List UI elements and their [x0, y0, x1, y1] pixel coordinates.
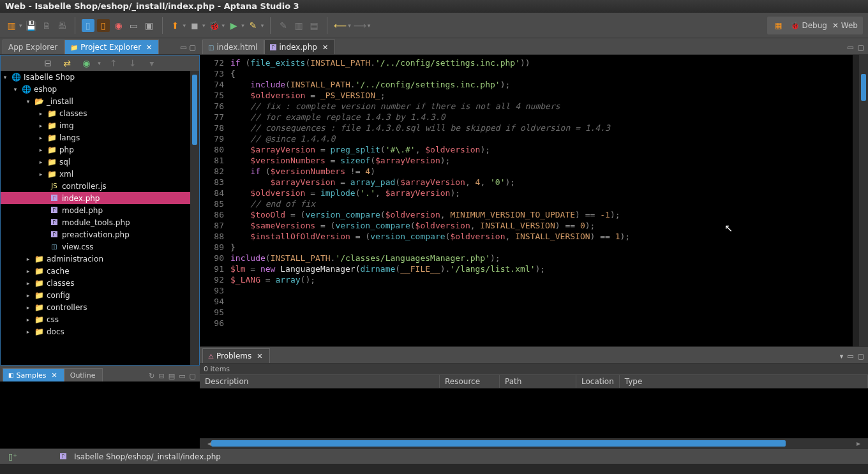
edit2-icon[interactable]: ▥ — [292, 19, 305, 32]
perspective-switcher: ▦ 🐞 Debug ✕ Web — [767, 17, 863, 34]
editor-max-icon[interactable]: ▢ — [858, 43, 864, 52]
link-icon[interactable]: ⇄ — [61, 57, 73, 70]
editor-min-icon[interactable]: ▭ — [847, 43, 853, 52]
tree-row-selected[interactable]: 🅿index.php — [1, 192, 199, 204]
tree-row[interactable]: ▸📁classes — [1, 107, 199, 119]
col-location[interactable]: Location — [576, 375, 620, 388]
tree-row[interactable]: ▸📁img — [1, 119, 199, 131]
samples-icon2[interactable]: ⊟ — [159, 372, 165, 380]
panel2-icon[interactable]: ▣ — [143, 19, 156, 32]
code-content[interactable]: if (file_exists(INSTALL_PATH.'/../config… — [228, 55, 868, 346]
open-perspective-icon[interactable]: ▦ — [772, 19, 785, 32]
perspective-debug[interactable]: 🐞 Debug — [790, 21, 827, 30]
problems-min-icon[interactable]: ▭ — [847, 352, 853, 360]
tree-row[interactable]: ▾📂_install — [1, 95, 199, 107]
edit1-icon[interactable]: ✎ — [277, 19, 290, 32]
tree-row[interactable]: ▸📁langs — [1, 131, 199, 144]
tree-row[interactable]: ▾🌐Isabelle Shop — [1, 71, 199, 83]
tab-app-explorer[interactable]: App Explorer — [3, 40, 64, 54]
bottom-left-tabs: ◧Samples✕ Outline ↻ ⊟ ▤ ▭ ▢ — [0, 366, 200, 381]
app-icon[interactable]: ◉ — [112, 19, 125, 32]
save-all-icon[interactable]: 🗎 — [40, 19, 53, 32]
tools-icon[interactable]: ✎ — [247, 19, 260, 32]
problems-menu-icon[interactable]: ▾ — [840, 352, 844, 360]
tree-row[interactable]: ▸📁classes — [1, 277, 199, 289]
col-path[interactable]: Path — [500, 375, 576, 388]
tree-row[interactable]: 🅿preactivation.php — [1, 228, 199, 241]
perspective-web[interactable]: ✕ Web — [832, 21, 858, 30]
status-file-icon: 🅿 — [60, 453, 66, 460]
tree-row[interactable]: ◫view.css — [1, 241, 199, 253]
problems-columns: Description Resource Path Location Type — [200, 374, 868, 389]
problems-count: 0 items — [200, 364, 868, 374]
tree-scrollbar[interactable] — [190, 71, 199, 365]
tree-row[interactable]: ▸📁cache — [1, 265, 199, 277]
overview-ruler — [853, 55, 859, 346]
save-icon[interactable]: 💾 — [25, 19, 38, 32]
tree-row[interactable]: ▸📁css — [1, 313, 199, 325]
status-icon[interactable]: ▯⁺ — [6, 450, 19, 463]
status-bar: ▯⁺ 🅿 Isabelle Shop/eshop/_install/index.… — [0, 448, 868, 464]
tree-row[interactable]: ▸📁php — [1, 144, 199, 156]
project-tree: ▾🌐Isabelle Shop ▾🌐eshop ▾📂_install ▸📁cla… — [1, 71, 199, 365]
debug-icon[interactable]: 🐞 — [208, 19, 221, 32]
nav-fwd-icon[interactable]: ⟶ — [354, 19, 366, 32]
status-path: Isabelle Shop/eshop/_install/index.php — [74, 452, 221, 461]
collapse-icon[interactable]: ⊟ — [41, 57, 54, 70]
tree-row[interactable]: ▸📁administracion — [1, 253, 199, 265]
stop-icon[interactable]: ◼ — [188, 19, 201, 32]
print-icon[interactable]: 🖶 — [56, 19, 68, 32]
code-editor[interactable]: 7273747576777879808182838485868788899091… — [200, 55, 868, 346]
deploy-icon[interactable]: ⬆ — [169, 19, 182, 32]
left-tabs: App Explorer 📁 Project Explorer ✕ ▭ ▢ — [0, 38, 200, 55]
tab-index-php[interactable]: 🅿index.php✕ — [264, 40, 335, 54]
menu-icon[interactable]: ▾ — [146, 57, 158, 70]
tree-row[interactable]: ▸📁sql — [1, 156, 199, 168]
tree-row[interactable]: 🅿model.php — [1, 204, 199, 216]
nav-back-icon[interactable]: ⟵ — [334, 19, 347, 32]
window-title: Web - Isabelle Shop/eshop/_install/index… — [0, 0, 868, 13]
tab-samples[interactable]: ◧Samples✕ — [3, 368, 64, 381]
samples-icon1[interactable]: ↻ — [149, 372, 154, 380]
samples-icon5[interactable]: ▢ — [190, 372, 196, 380]
layout2-icon[interactable]: ▯ — [97, 19, 110, 32]
main-toolbar: ▥▾ 💾 🗎 🖶 ▯ ▯ ◉ ▭ ▣ ⬆▾ ◼▾ 🐞▾ ▶▾ ✎▾ ✎ ▥ ▤ … — [0, 13, 868, 38]
col-resource[interactable]: Resource — [440, 375, 500, 388]
tab-project-explorer[interactable]: 📁 Project Explorer ✕ — [64, 40, 159, 54]
run-icon[interactable]: ▶ — [227, 19, 240, 32]
panel1-icon[interactable]: ▭ — [128, 19, 140, 32]
down-icon[interactable]: ↓ — [126, 57, 139, 70]
problems-hscroll[interactable]: ◂ ▸ — [200, 438, 868, 448]
close-icon[interactable]: ✕ — [146, 43, 152, 52]
explorer-toolbar: ⊟ ⇄ ◉▾ ↑ ↓ ▾ — [1, 56, 199, 71]
tab-outline[interactable]: Outline — [64, 368, 103, 381]
tree-row[interactable]: ▸📁controllers — [1, 301, 199, 313]
up-icon[interactable]: ↑ — [107, 57, 120, 70]
tree-row[interactable]: 🅿module_tools.php — [1, 216, 199, 228]
refresh-icon[interactable]: ◉ — [80, 57, 93, 70]
editor-scrollbar[interactable] — [859, 55, 868, 346]
samples-icon4[interactable]: ▭ — [179, 372, 185, 380]
maximize-icon[interactable]: ▢ — [190, 43, 196, 52]
tab-problems[interactable]: ⚠Problems✕ — [202, 348, 270, 363]
minimize-icon[interactable]: ▭ — [180, 43, 186, 52]
tree-row[interactable]: JScontroller.js — [1, 180, 199, 192]
new-icon[interactable]: ▥ — [5, 19, 18, 32]
tab-index-html[interactable]: ◫index.html — [202, 40, 264, 54]
gutter: 7273747576777879808182838485868788899091… — [200, 55, 228, 346]
layout1-icon[interactable]: ▯ — [82, 19, 94, 32]
edit3-icon[interactable]: ▤ — [308, 19, 320, 32]
col-description[interactable]: Description — [200, 375, 440, 388]
col-type[interactable]: Type — [620, 375, 868, 388]
tree-row[interactable]: ▸📁xml — [1, 168, 199, 180]
tree-row[interactable]: ▾🌐eshop — [1, 83, 199, 95]
problems-max-icon[interactable]: ▢ — [858, 352, 864, 360]
samples-icon3[interactable]: ▤ — [168, 372, 175, 380]
problems-tabs: ⚠Problems✕ ▾ ▭ ▢ — [200, 347, 868, 364]
editor-tabs: ◫index.html 🅿index.php✕ ▭ ▢ — [200, 38, 868, 55]
tree-row[interactable]: ▸📁docs — [1, 325, 199, 337]
tree-row[interactable]: ▸📁config — [1, 289, 199, 301]
